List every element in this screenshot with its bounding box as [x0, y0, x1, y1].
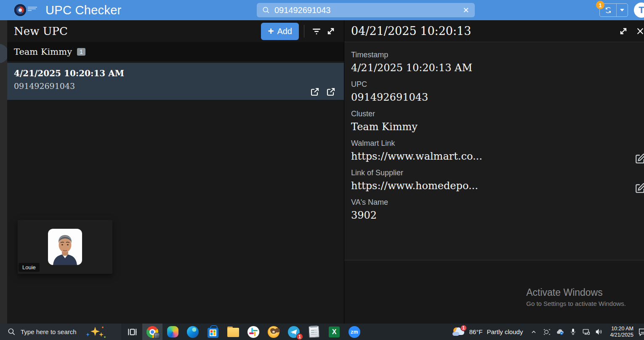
- tray-meet-now-button[interactable]: [542, 326, 552, 338]
- field-timestamp: Timestamp 4/21/2025 10:20:13 AM: [351, 50, 644, 75]
- edit-icon: [635, 183, 644, 194]
- field-value: 4/21/2025 10:20:13 AM: [351, 61, 644, 75]
- taskbar-app-copilot[interactable]: [162, 324, 183, 340]
- filter-icon: [311, 26, 322, 36]
- taskbar-clock[interactable]: 10:20 AM 4/21/2025: [610, 326, 633, 338]
- edit-icon: [635, 153, 644, 164]
- field-cluster: Cluster Team Kimmy: [351, 109, 644, 134]
- tray-microphone-button[interactable]: [568, 326, 578, 338]
- taskbar-app-chrome[interactable]: [142, 324, 162, 340]
- activate-windows-watermark: Activate Windows Go to Settings to activ…: [526, 287, 626, 307]
- tunnelbear-icon: [268, 326, 279, 338]
- field-value: https://www.homedepo...: [351, 179, 644, 193]
- search-highlights-icon[interactable]: [85, 326, 106, 338]
- user-avatar[interactable]: T: [634, 3, 644, 18]
- expand-detail-button[interactable]: [616, 24, 631, 38]
- tray-onedrive-button[interactable]: [555, 326, 565, 338]
- topbar-actions: 1 T: [599, 0, 644, 20]
- plus-icon: +: [268, 26, 274, 36]
- notepad-icon: [309, 326, 319, 337]
- sync-badge: 1: [596, 1, 604, 9]
- participant-photo: [48, 229, 82, 265]
- chevron-up-icon: [530, 329, 537, 335]
- expand-icon: [618, 26, 628, 36]
- upc-list-item-selected[interactable]: 4/21/2025 10:20:13 AM 091492691043: [7, 63, 344, 100]
- tray-volume-button[interactable]: [594, 326, 604, 338]
- field-supplier-link: Link of Supplier https://www.homedepo...: [351, 168, 644, 193]
- weather-icon: 1: [452, 327, 466, 337]
- field-walmart-link: Walmart Link https://www.walmart.co...: [351, 138, 644, 163]
- field-label: UPC: [351, 79, 644, 89]
- watermark-subtitle: Go to Settings to activate Windows.: [526, 300, 626, 307]
- taskbar-app-zoom[interactable]: zm: [344, 324, 365, 340]
- microphone-icon: [569, 328, 577, 335]
- system-tray: 1 86°F Partly cloudy: [452, 324, 644, 340]
- list-panel-header: New UPC + Add: [7, 20, 344, 42]
- edge-icon: [187, 326, 199, 338]
- chrome-profile-badge: [154, 333, 160, 339]
- task-view-button[interactable]: [122, 324, 142, 340]
- main-area: New UPC + Add Team Kimmy: [0, 20, 644, 324]
- external-link-icon: [310, 87, 320, 97]
- clock-time: 10:20 AM: [610, 326, 633, 332]
- expand-icon: [326, 26, 336, 36]
- taskbar-app-tunnelbear[interactable]: [263, 324, 284, 340]
- cluster-count-badge: 1: [77, 48, 85, 56]
- taskbar-app-file-explorer[interactable]: [223, 324, 243, 340]
- video-participant-tile[interactable]: Louie: [18, 220, 112, 274]
- telegram-badge: 1: [296, 333, 303, 340]
- close-icon: [636, 27, 644, 36]
- clear-search-icon[interactable]: ×: [462, 5, 470, 15]
- open-walmart-link-button[interactable]: [309, 86, 320, 97]
- weather-widget[interactable]: 1 86°F Partly cloudy: [452, 327, 523, 337]
- taskbar-app-edge[interactable]: [183, 324, 203, 340]
- external-link-icon: [326, 87, 336, 97]
- open-supplier-link-button[interactable]: [325, 86, 336, 97]
- expand-list-button[interactable]: [324, 24, 338, 38]
- search-bar[interactable]: ×: [257, 3, 475, 17]
- close-detail-button[interactable]: [633, 24, 644, 38]
- drawer-edge: [0, 20, 7, 324]
- list-empty-area: [7, 102, 344, 324]
- search-input[interactable]: [274, 5, 462, 15]
- add-button[interactable]: + Add: [261, 23, 299, 40]
- taskbar-search-input[interactable]: [21, 328, 84, 335]
- tray-network-button[interactable]: [581, 326, 591, 338]
- tray-show-hidden-button[interactable]: [529, 326, 539, 338]
- detail-footer: Activate Windows Go to Settings to activ…: [344, 260, 644, 324]
- clock-date: 4/21/2025: [610, 332, 633, 338]
- taskbar-app-telegram[interactable]: 1: [284, 324, 304, 340]
- taskbar-app-notepad[interactable]: [304, 324, 324, 340]
- onedrive-cloud-icon: [556, 328, 564, 336]
- sync-icon: [604, 6, 612, 14]
- weather-condition: Partly cloudy: [487, 328, 523, 335]
- edit-walmart-link-button[interactable]: [633, 152, 644, 166]
- field-label: Cluster: [351, 109, 644, 119]
- filter-button[interactable]: [309, 24, 324, 38]
- taskbar-search[interactable]: [0, 324, 122, 340]
- brand: [14, 4, 37, 16]
- sync-dropdown-button[interactable]: [617, 4, 628, 16]
- field-label: Link of Supplier: [351, 168, 644, 178]
- company-logo-text: [28, 7, 37, 13]
- weather-badge: 1: [460, 325, 467, 331]
- detail-header: 04/21/2025 10:20:13: [344, 20, 644, 42]
- search-icon: [8, 328, 16, 336]
- app-topbar: UPC Checker × 1 T: [0, 0, 644, 20]
- cluster-group-header[interactable]: Team Kimmy 1: [7, 42, 344, 61]
- detail-title: 04/21/2025 10:20:13: [351, 24, 471, 37]
- edit-supplier-link-button[interactable]: [633, 181, 644, 195]
- search-icon: [262, 6, 270, 14]
- field-value: 091492691043: [351, 90, 644, 104]
- taskbar-app-store[interactable]: [203, 324, 223, 340]
- action-center-button[interactable]: [638, 326, 644, 338]
- file-explorer-icon: [227, 328, 239, 337]
- taskbar-app-slack[interactable]: [243, 324, 263, 340]
- taskbar-app-excel[interactable]: X: [324, 324, 344, 340]
- windows-taskbar: 1 X zm 1 86°F Partly cloudy: [0, 324, 644, 340]
- item-upc: 091492691043: [14, 80, 337, 91]
- field-label: Walmart Link: [351, 138, 644, 148]
- zoom-app-icon: zm: [349, 326, 360, 338]
- microsoft-store-icon: [208, 328, 218, 338]
- field-label: Timestamp: [351, 50, 644, 60]
